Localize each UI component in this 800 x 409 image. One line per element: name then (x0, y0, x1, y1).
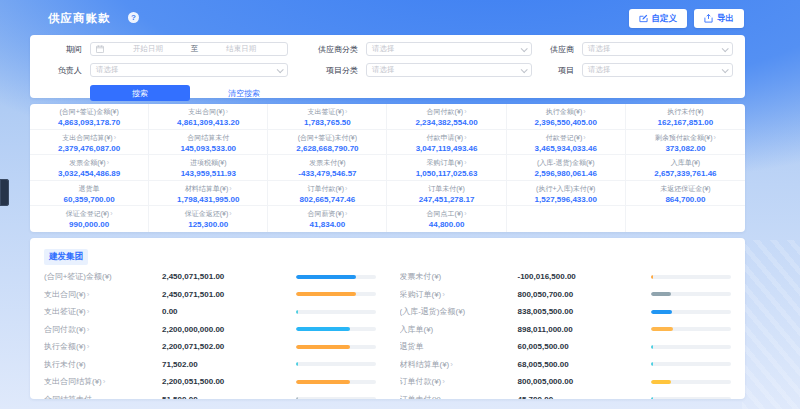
stat-value: 2,628,668,790.70 (270, 143, 384, 154)
stat-label[interactable]: 发票金额(¥)› (32, 158, 146, 168)
stat-label[interactable]: 保证金登记(¥)› (32, 209, 146, 219)
owner-select[interactable]: 请选择 (90, 63, 288, 77)
stat-label[interactable]: 支出合同(¥)› (151, 107, 265, 117)
project-category-select[interactable]: 请选择 (366, 63, 532, 77)
link-arrow-icon: › (464, 134, 466, 141)
stat-cell: 退货单 60,359,700.00 (30, 181, 149, 207)
stat-label[interactable]: 保证金返还(¥)› (151, 209, 265, 219)
stat-label: 发票未付(¥) (270, 158, 384, 168)
metric-label[interactable]: 支出签证(¥)› (44, 306, 162, 317)
metric-label[interactable]: 支出合同(¥)› (44, 289, 162, 300)
search-button[interactable]: 搜索 (90, 85, 190, 101)
metric-bar (296, 397, 376, 399)
link-arrow-icon: › (464, 210, 466, 217)
stat-value: 2,596,980,061.46 (509, 168, 623, 179)
supplier-select[interactable]: 请选择 (582, 42, 733, 56)
metric-bar-fill (651, 362, 653, 366)
stat-label[interactable]: 支出合同结算(¥)› (32, 133, 146, 143)
chevron-down-icon (521, 45, 528, 52)
metric-value: 2,200,071,502.00 (162, 342, 296, 351)
metric-value: 2,200,051,500.00 (162, 377, 296, 386)
stat-label[interactable]: 支出签证(¥)› (270, 107, 384, 117)
metric-bar-fill (651, 380, 671, 384)
stat-value: 3,032,454,486.89 (32, 168, 146, 179)
stat-label: 合同结算未付 (151, 133, 265, 143)
metric-value: 898,011,000.00 (518, 325, 652, 334)
supplier-label: 供应商 (540, 44, 574, 55)
stat-label: 执行未付(¥) (628, 107, 743, 117)
top-bar: 供应商账款 ? 自定义 导出 (0, 0, 800, 35)
help-icon[interactable]: ? (128, 12, 139, 23)
stat-value: 60,359,700.00 (32, 194, 146, 205)
stat-label[interactable]: 材料结算单(¥)› (151, 184, 265, 194)
metric-row: (入库-退货)金额(¥) 838,005,500.00 (400, 303, 732, 321)
stat-value: 1,783,765.50 (270, 117, 384, 128)
group-name-link[interactable]: 建发集团 (44, 249, 88, 265)
owner-label: 负责人 (42, 65, 82, 76)
link-arrow-icon: › (345, 210, 347, 217)
supplier-category-select[interactable]: 请选择 (366, 42, 532, 56)
metric-bar-fill (651, 310, 672, 314)
stat-cell: 合同点工(¥)› 44,800.00 (387, 206, 506, 232)
stat-label[interactable]: 合同点工(¥)› (389, 209, 503, 219)
metric-row: 采购订单(¥)› 800,050,700.00 (400, 285, 732, 303)
metric-bar (651, 380, 731, 384)
metric-label[interactable]: 执行金额(¥)› (44, 341, 162, 352)
stat-label[interactable]: 合同付款(¥)› (389, 107, 503, 117)
customize-label: 自定义 (652, 13, 678, 25)
stat-cell: 订单未付(¥) 247,451,278.17 (387, 181, 506, 207)
stat-label[interactable]: 执行金额(¥)› (509, 107, 623, 117)
metric-value: 71,502.00 (162, 360, 296, 369)
date-range-input[interactable]: 开始日期 至 结束日期 (90, 42, 288, 56)
metric-label[interactable]: 采购订单(¥)› (400, 289, 518, 300)
stat-cell: 支出签证(¥)› 1,783,765.50 (268, 104, 387, 130)
period-label: 期间 (42, 44, 82, 55)
stat-cell: 执行未付(¥) 162,167,851.00 (626, 104, 745, 130)
stat-cell: 材料结算单(¥)› 1,798,431,995.00 (149, 181, 268, 207)
metric-bar-fill (296, 292, 356, 296)
clear-search-link[interactable]: 清空搜索 (228, 88, 260, 99)
stat-label[interactable]: 合同薪资(¥)› (270, 209, 384, 219)
metric-bar-fill (651, 397, 653, 399)
stat-label[interactable]: 付款申请(¥)› (389, 133, 503, 143)
stat-value: 125,300.00 (151, 219, 265, 230)
metric-bar-fill (296, 275, 356, 279)
stats-grid: (合同+签证)金额(¥) 4,863,093,178.70 支出合同(¥)› 4… (30, 104, 745, 232)
filter-panel: 期间 开始日期 至 结束日期 供应商分类 请选择 供应商 请选择 负责人 请选择 (30, 35, 745, 98)
stat-value: 4,863,093,178.70 (32, 117, 146, 128)
metric-label[interactable]: 材料结算单(¥)› (400, 359, 518, 370)
export-button[interactable]: 导出 (694, 9, 744, 28)
project-category-label: 项目分类 (296, 65, 358, 76)
stat-cell: 合同薪资(¥)› 41,834.00 (268, 206, 387, 232)
metric-label: 合同结算未付 (44, 394, 162, 399)
metric-label[interactable]: 订单付款(¥)› (400, 376, 518, 387)
project-select[interactable]: 请选择 (582, 63, 733, 77)
stat-label[interactable]: 剩余预付款金额(¥)› (628, 133, 743, 143)
drawer-handle[interactable] (0, 179, 9, 206)
export-label: 导出 (717, 13, 734, 25)
stat-label[interactable]: 订单付款(¥)› (270, 184, 384, 194)
metric-row: 合同付款(¥)› 2,200,000,000.00 (44, 320, 376, 338)
metric-row: 入库单(¥) 898,011,000.00 (400, 320, 732, 338)
stat-value: 44,800.00 (389, 219, 503, 230)
link-arrow-icon: › (345, 185, 347, 192)
group-section: 建发集团 (合同+签证)金额(¥) 2,450,071,501.00 支出合同(… (30, 238, 745, 399)
export-icon (704, 14, 713, 23)
link-arrow-icon: › (110, 210, 112, 217)
metric-value: 60,005,500.00 (518, 342, 652, 351)
stat-label[interactable]: 采购订单(¥)› (389, 158, 503, 168)
link-arrow-icon: › (87, 325, 90, 334)
metric-label[interactable]: 合同付款(¥)› (44, 324, 162, 335)
metric-row: 执行未付(¥) 71,502.00 (44, 355, 376, 373)
stat-label[interactable]: 付款登记(¥)› (509, 133, 623, 143)
metric-bar-fill (296, 362, 298, 366)
link-arrow-icon: › (583, 108, 585, 115)
metric-label[interactable]: 支出合同结算(¥)› (44, 376, 162, 387)
metric-row: 材料结算单(¥)› 68,005,500.00 (400, 355, 732, 373)
link-arrow-icon: › (442, 377, 445, 386)
project-label: 项目 (540, 65, 574, 76)
metric-row: 发票未付(¥) -100,016,500.00 (400, 268, 732, 286)
customize-button[interactable]: 自定义 (629, 9, 688, 28)
supplier-category-label: 供应商分类 (296, 44, 358, 55)
metric-bar (651, 275, 731, 279)
